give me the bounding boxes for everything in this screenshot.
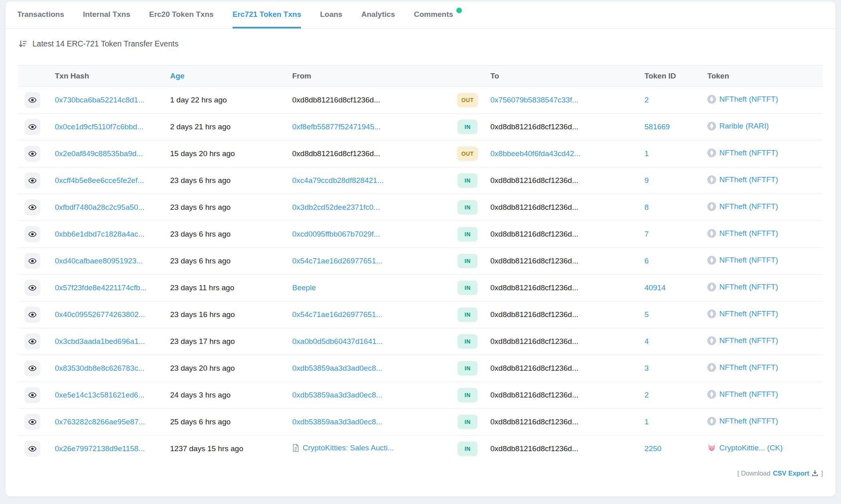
tab-analytics[interactable]: Analytics [361, 2, 395, 28]
eye-button[interactable] [24, 360, 40, 376]
token-id-link[interactable]: 9 [644, 176, 649, 185]
from-address[interactable]: 0xa0b0d5db60437d1641... [292, 337, 383, 346]
token-id-link[interactable]: 2250 [644, 444, 661, 453]
to-address[interactable]: 0x756079b5838547c33f... [490, 96, 578, 104]
from-address[interactable]: 0x54c71ae16d26977651... [292, 257, 382, 265]
header-age-sort-link[interactable]: Age [170, 72, 185, 80]
from-address[interactable]: 0xdb53859aa3d3ad0ec8... [292, 418, 382, 426]
txn-hash-link[interactable]: 0x2e0af849c88535ba9d... [55, 149, 143, 158]
from-address[interactable]: 0x54c71ae16d26977651... [292, 310, 382, 319]
from-address[interactable]: 0xdb53859aa3d3ad0ec8... [292, 391, 382, 400]
to-address: 0xd8db81216d8cf1236d... [490, 176, 578, 185]
txn-hash-link[interactable]: 0x0ce1d9cf5110f7c6bbd... [55, 122, 144, 131]
txn-hash-link[interactable]: 0x57f23fde8e4221174cfb... [55, 283, 147, 292]
txn-hash-link[interactable]: 0x26e79972138d9e1158... [55, 444, 145, 453]
eye-button[interactable] [24, 92, 40, 108]
token-id-link[interactable]: 2 [644, 391, 649, 399]
from-address[interactable]: 0xf8efb55877f52471945... [292, 122, 381, 131]
token-link[interactable]: NFTheft (NFTFT) [707, 283, 778, 291]
token-link[interactable]: NFTheft (NFTFT) [707, 149, 778, 157]
token-name: NFTheft (NFTFT) [719, 336, 778, 345]
eye-button[interactable] [24, 253, 40, 269]
token-link[interactable]: NFTheft (NFTFT) [707, 363, 778, 372]
token-id-link[interactable]: 40914 [644, 283, 666, 292]
eye-button[interactable] [24, 280, 40, 296]
txn-hash-link[interactable]: 0xbb6e1dbd7c1828a4ac... [55, 230, 145, 238]
token-id-link[interactable]: 3 [644, 364, 649, 372]
token-transfers-card: TransactionsInternal TxnsErc20 Token Txn… [6, 2, 835, 496]
token-link[interactable]: NFTheft (NFTFT) [707, 202, 778, 211]
header-direction-column [448, 66, 488, 87]
txn-hash-link[interactable]: 0xe5e14c13c581621ed6... [55, 391, 145, 399]
eye-button[interactable] [24, 173, 40, 189]
to-address: 0xd8db81216d8cf1236d... [490, 203, 578, 211]
token-link[interactable]: Rarible (RARI) [707, 122, 769, 131]
eye-icon [28, 230, 37, 239]
to-address: 0xd8db81216d8cf1236d... [490, 283, 578, 292]
eye-button[interactable] [24, 414, 40, 430]
token-link[interactable]: NFTheft (NFTFT) [707, 336, 778, 345]
csv-export-link[interactable]: CSV Export [773, 470, 809, 477]
tab-loans[interactable]: Loans [320, 2, 342, 28]
from-address[interactable]: 0xc4a79ccdb28df828421... [292, 176, 383, 185]
from-address[interactable]: 0xcd0095ffbb067b7029f... [292, 230, 380, 239]
tab-erc20-token-txns[interactable]: Erc20 Token Txns [149, 2, 213, 28]
token-generic-icon [707, 363, 716, 372]
txn-hash-link[interactable]: 0x3cbd3aada1bed696a1... [55, 337, 145, 345]
from-address[interactable]: CryptoKitties: Sales Aucti... [303, 444, 394, 452]
eye-button[interactable] [24, 226, 40, 242]
from-address[interactable]: 0x3db2cd52dee2371fc0... [292, 203, 380, 212]
to-address[interactable]: 0x8bbeeb40f6fda43cd42... [490, 149, 580, 158]
eye-button[interactable] [24, 333, 40, 349]
txn-hash-link[interactable]: 0x730bca6ba52214c8d1... [55, 96, 145, 104]
to-address: 0xd8db81216d8cf1236d... [490, 122, 578, 131]
txn-hash-link[interactable]: 0x763282c8266ae95e87... [55, 418, 145, 426]
token-id-link[interactable]: 1 [644, 418, 649, 426]
from-address[interactable]: 0xdb53859aa3d3ad0ec8... [292, 364, 382, 373]
eye-button[interactable] [24, 387, 40, 403]
table-row: 0x83530db8e8c626783c... 23 days 20 hrs a… [18, 355, 823, 382]
token-link[interactable]: NFTheft (NFTFT) [707, 417, 778, 426]
token-generic-icon [707, 256, 716, 265]
token-id-link[interactable]: 7 [644, 230, 649, 238]
table-row: 0xcff4b5e8ee6cce5fe2ef... 23 days 6 hrs … [18, 167, 823, 194]
header-eye-column [18, 66, 47, 87]
tab-transactions[interactable]: Transactions [17, 2, 64, 28]
tab-erc721-token-txns[interactable]: Erc721 Token Txns [233, 2, 301, 28]
eye-button[interactable] [24, 119, 40, 135]
tab-comments[interactable]: Comments [414, 2, 453, 28]
eye-button[interactable] [24, 441, 40, 457]
token-link[interactable]: NFTheft (NFTFT) [707, 229, 778, 238]
token-name: NFTheft (NFTFT) [719, 417, 778, 426]
table-row: 0x26e79972138d9e1158... 1237 days 15 hrs… [18, 436, 823, 462]
token-id-link[interactable]: 8 [644, 203, 649, 211]
token-link[interactable]: NFTheft (NFTFT) [707, 256, 778, 265]
token-link[interactable]: NFTheft (NFTFT) [707, 390, 778, 399]
token-id-link[interactable]: 4 [644, 337, 649, 345]
eye-button[interactable] [24, 307, 40, 323]
direction-badge: IN [458, 361, 478, 375]
eye-icon [28, 337, 37, 346]
txn-hash-link[interactable]: 0x40c095526774263802... [55, 310, 145, 319]
txn-hash-link[interactable]: 0xcff4b5e8ee6cce5fe2ef... [55, 176, 144, 185]
token-id-link[interactable]: 1 [644, 149, 649, 158]
token-link[interactable]: NFTheft (NFTFT) [707, 95, 778, 104]
tab-internal-txns[interactable]: Internal Txns [83, 2, 130, 28]
token-link[interactable]: NFTheft (NFTFT) [707, 175, 778, 184]
eye-button[interactable] [24, 146, 40, 162]
txn-hash-link[interactable]: 0xfbdf7480a28c2c95a50... [55, 203, 145, 211]
txn-hash-link[interactable]: 0xd40cafbaee80951923... [55, 257, 143, 265]
direction-badge: IN [458, 200, 478, 215]
txn-hash-link[interactable]: 0x83530db8e8c626783c... [55, 364, 145, 372]
token-name: NFTheft (NFTFT) [719, 256, 778, 265]
token-id-link[interactable]: 6 [644, 257, 649, 265]
token-id-link[interactable]: 2 [644, 96, 649, 104]
eye-button[interactable] [24, 199, 40, 215]
from-address[interactable]: Beeple [292, 283, 316, 292]
age-text: 23 days 6 hrs ago [170, 257, 231, 265]
token-link[interactable]: CryptoKittie... (CK) [707, 444, 783, 452]
token-id-link[interactable]: 5 [644, 310, 649, 319]
token-link[interactable]: NFTheft (NFTFT) [707, 309, 778, 318]
token-generic-icon [707, 95, 716, 104]
token-id-link[interactable]: 581669 [644, 122, 670, 131]
